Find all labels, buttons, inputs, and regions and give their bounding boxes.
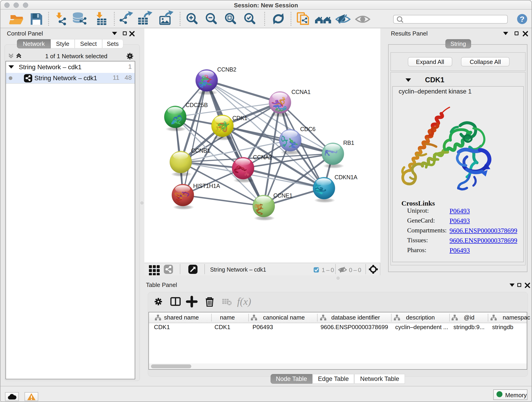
svg-text:CCNB2: CCNB2 [217,66,236,73]
svg-text:CCNA1: CCNA1 [291,89,310,95]
svg-text:CCNB1: CCNB1 [191,147,210,154]
svg-text:CCNE1: CCNE1 [273,192,292,199]
svg-text:CDKN1A: CDKN1A [335,174,357,180]
svg-text:RB1: RB1 [343,140,354,146]
svg-text:CDK1: CDK1 [232,115,247,121]
svg-text:CDC25B: CDC25B [186,102,208,108]
svg-text:CDC6: CDC6 [300,126,316,132]
svg-text:HIST1H1A: HIST1H1A [193,183,220,189]
svg-text:f(x): f(x) [237,296,251,307]
svg-text:CCNA2: CCNA2 [253,154,272,160]
svg-text:?: ? [520,15,525,23]
